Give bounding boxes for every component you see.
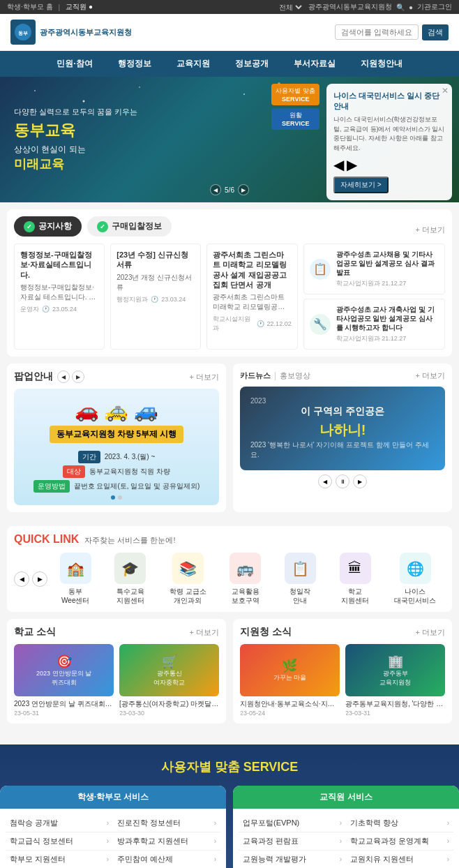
notice-item-3[interactable]: 광주서희초 그린스마트 미래학교 리모델링공사 설계 재입공공고 집회 단면서 … <box>206 244 297 350</box>
popup-cars-icon: 🚗 🚕 🚙 <box>24 399 209 422</box>
school-news-img-2: 🛒 광주통신여자중학교 <box>119 644 219 696</box>
popup-target-label: 대상 <box>63 465 85 478</box>
notice-meta-1: 운영자 🕐 23.05.24 <box>20 305 98 314</box>
teacher-link[interactable]: 교직원 ● <box>66 2 93 12</box>
service-item-s5[interactable]: 학부모 지원센터› <box>6 851 113 868</box>
quick-item-5[interactable]: 🏛 학교지원센터 <box>340 553 371 605</box>
notice-desc-1: 행정정보-구매입찰정보·자료실 테스트입니다. 행정정보-구매입찰정보·자료실 <box>20 283 98 302</box>
card-next-btn[interactable]: ▶ <box>353 474 367 488</box>
notice-title-1: 행정정보-구매입찰정보·자료실테스트입니다. <box>20 250 98 280</box>
notice-date-icon-3: 🕐 <box>257 320 264 327</box>
quick-item-3[interactable]: 🚌 교육활용보호구역 <box>230 553 261 605</box>
service-item-t2[interactable]: 기초학력 향상› <box>346 814 453 832</box>
student-home-link[interactable]: 학생·학부모 홈 <box>7 2 53 12</box>
search-button[interactable]: 검색 <box>422 24 449 40</box>
nav-item-4[interactable]: 정보공개 <box>223 51 281 77</box>
service-row-t2: 교육과정 편람표› 학교교육과정 운영계획› <box>239 832 453 851</box>
nav-item-3[interactable]: 교육지원 <box>164 51 223 77</box>
card-prev-btn[interactable]: ◀ <box>318 474 332 488</box>
arrow-s5: › <box>107 855 109 863</box>
quick-item-0[interactable]: 🏫 동부Wee센터 <box>60 553 91 605</box>
card-news-more[interactable]: + 더보기 <box>416 371 445 381</box>
support-news-card-1[interactable]: 🌿 가꾸는 마을 지원청안내·동부교육소식·지원... 23-05-24 <box>240 644 340 717</box>
quick-link-section: QUICK LINK 자주찾는 서비스를 한눈에! ◀ ▶ 🏫 동부Wee센터 … <box>7 526 452 612</box>
arrow-s2: › <box>214 819 216 827</box>
logo[interactable]: 동부 광주광역시동부교육지원청 <box>10 20 132 45</box>
service-section: 사용자별 맞춤 SERVICE 학생·학부모 서비스 첨락승 공개발› 진로진학… <box>0 744 459 868</box>
hero-main-text: 다양한 실력으로 모두의 꿈을 키우는 <box>14 107 137 117</box>
quick-item-4[interactable]: 📋 청일작안내 <box>285 553 316 605</box>
quick-icon-2: 📚 <box>172 553 204 584</box>
nav-item-5[interactable]: 부서자료실 <box>281 51 348 77</box>
hero-counter: 5/6 <box>225 186 234 194</box>
news-sections: 학교 소식 + 더보기 🎯 2023 연안방문의 날퀴즈대회 2023 연안방문… <box>7 619 452 731</box>
service-item-s3[interactable]: 학교급식 정보센터› <box>6 832 113 851</box>
school-news-card-2[interactable]: 🛒 광주통신여자중학교 [광주통신(여자중학교) 마켓달콤... 23-03-3… <box>119 644 219 717</box>
hero-notice-close[interactable]: ✕ <box>442 86 449 96</box>
popup-more[interactable]: + 더보기 <box>190 372 219 382</box>
nav-item-6[interactable]: 지원청안내 <box>348 51 415 77</box>
service-item-t1[interactable]: 업무포털(EVPN)› <box>239 814 346 832</box>
tab-card-news[interactable]: 카드뉴스 <box>240 371 271 381</box>
popup-banner: 🚗 🚕 🚙 동부교육지원청 차량 5부제 시행 기간 2023. 4. 3.(월… <box>14 389 219 505</box>
tab-purchase[interactable]: ✓ 구매입찰정보 <box>87 216 172 237</box>
popup-next[interactable]: ▶ <box>72 371 84 383</box>
quick-item-2[interactable]: 📚 학령 교급소개인과외 <box>170 553 206 605</box>
card-highlight: 나하니! <box>250 421 435 440</box>
student-service-card: 학생·학부모 서비스 첨락승 공개발› 진로진학 정보센터› 학교급식 정보센터… <box>0 786 226 868</box>
popup-period: 2023. 4. 3.(월) ~ <box>105 452 156 462</box>
hero-nav: ◀ 5/6 ▶ <box>210 184 249 195</box>
user-icon[interactable]: ● <box>409 3 413 11</box>
notices-more[interactable]: + 더보기 <box>416 225 445 235</box>
service-item-t4[interactable]: 학교교육과정 운영계획› <box>346 832 453 851</box>
side-icon-2: 🔧 <box>310 314 331 335</box>
notice-item-2[interactable]: [23년 수정] 신규신청서류 2023년 개정 신규신청서류 행정지원과 🕐 … <box>110 244 201 350</box>
quick-icon-1: 🎓 <box>114 553 146 584</box>
tab-promo-video[interactable]: 홍보영상 <box>280 371 310 381</box>
popup-prev[interactable]: ◀ <box>57 371 70 383</box>
service-badge-2[interactable]: 원활 SERVICE <box>271 108 319 130</box>
card-news-section: 카드뉴스 | 홍보영상 + 더보기 2023 이 구역의 주인공은 나하니! 2… <box>233 364 452 512</box>
quick-next-btn[interactable]: ▶ <box>32 571 47 587</box>
card-news-content: 2023 이 구역의 주인공은 나하니! 2023 '행복한 나로서' 자기이해… <box>240 387 445 470</box>
quick-items: 🏫 동부Wee센터 🎓 특수교육지원센터 📚 학령 교급소개인과외 🚌 교육활용… <box>51 553 445 605</box>
support-news-img-2: 🏢 광주동부교육지원청 <box>345 644 445 696</box>
hero-next[interactable]: ▶ <box>238 184 249 195</box>
service-item-t6[interactable]: 교원치유 지원센터› <box>346 851 453 868</box>
service-item-s6[interactable]: 주민참여 예산제› <box>113 851 220 868</box>
nav-item-1[interactable]: 민원·참여 <box>44 51 105 77</box>
hero-notice-btn[interactable]: 자세히보기 > <box>333 177 389 193</box>
card-news-nav: ◀ ⏸ ▶ <box>240 474 445 488</box>
card-pause-btn[interactable]: ⏸ <box>336 474 349 488</box>
quick-item-6[interactable]: 🌐 나이스대국민서비스 <box>394 553 436 605</box>
service-item-s1[interactable]: 첨락승 공개발› <box>6 814 113 832</box>
side-notice-1[interactable]: 📋 광주수성초 교사채용 및 기타사업공모 일반 설계공모 심사 결과 발표 학… <box>303 244 445 294</box>
login-btn[interactable]: 기관로그인 <box>417 2 452 12</box>
notices-layout: 행정정보-구매입찰정보·자료실테스트입니다. 행정정보-구매입찰정보·자료실 테… <box>14 244 445 350</box>
tab-header: ✓ 공지사항 ✓ 구매입찰정보 + 더보기 <box>14 216 445 244</box>
hero-title: 동부교육 <box>14 120 137 141</box>
service-item-t3[interactable]: 교육과정 편람표› <box>239 832 346 851</box>
notice-item[interactable]: 행정정보-구매입찰정보·자료실테스트입니다. 행정정보-구매입찰정보·자료실 테… <box>14 244 105 350</box>
service-item-s4[interactable]: 방과후학교 지원센터› <box>113 832 220 851</box>
school-news-card-1[interactable]: 🎯 2023 연안방문의 날퀴즈대회 2023 연안방문의 날 퀴즈대회 자세히… <box>14 644 114 717</box>
service-item-t5[interactable]: 교원능력 개발평가› <box>239 851 346 868</box>
service-item-s2[interactable]: 진로진학 정보센터› <box>113 814 220 832</box>
tab-notices[interactable]: ✓ 공지사항 <box>14 216 82 237</box>
nav-item-2[interactable]: 행정정보 <box>105 51 164 77</box>
hero-prev[interactable]: ◀ <box>210 184 221 195</box>
school-news-section: 학교 소식 + 더보기 🎯 2023 연안방문의 날퀴즈대회 2023 연안방문… <box>7 619 226 724</box>
region-select[interactable]: 전체 <box>276 3 304 12</box>
support-news-more[interactable]: + 더보기 <box>416 627 445 638</box>
quick-prev-btn[interactable]: ◀ <box>14 571 29 587</box>
hero-content: 다양한 실력으로 모두의 꿈을 키우는 동부교육 상상이 현실이 되는 미래교육… <box>0 93 151 186</box>
svg-text:동부: 동부 <box>18 31 28 36</box>
school-news-more[interactable]: + 더보기 <box>190 627 219 638</box>
search-input[interactable] <box>335 24 419 40</box>
quick-item-1[interactable]: 🎓 특수교육지원센터 <box>114 553 146 605</box>
hero-notice-title: 나이스 대국민서비스 일시 중단 안내 <box>333 91 445 112</box>
support-news-card-2[interactable]: 🏢 광주동부교육지원청 광주동부교육지원청, '다양한 삶... 23-03-3… <box>345 644 445 717</box>
service-badge-1[interactable]: 사용자별 맞춤 SERVICE <box>271 84 319 105</box>
search-icon[interactable]: 🔍 <box>396 3 405 11</box>
side-notice-2[interactable]: 🔧 광주수성초 교사 개축사업 및 기타사업공모 일반 설계공모 심사를 시행하… <box>303 299 445 350</box>
